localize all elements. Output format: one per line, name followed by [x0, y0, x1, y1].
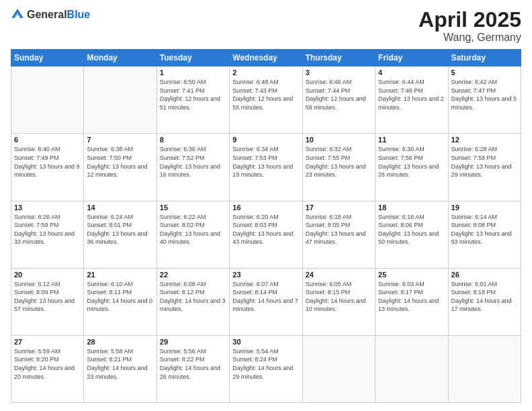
day-number: 28	[87, 338, 153, 346]
cell-w1-d6: 4Sunrise: 6:44 AM Sunset: 7:46 PM Daylig…	[375, 66, 448, 134]
logo: GeneralBlue	[11, 8, 90, 21]
cell-w4-d4: 23Sunrise: 6:07 AM Sunset: 8:14 PM Dayli…	[230, 268, 302, 335]
day-number: 21	[87, 271, 153, 279]
title-block: April 2025 Wang, Germany	[418, 8, 521, 44]
cell-w4-d6: 25Sunrise: 6:03 AM Sunset: 8:17 PM Dayli…	[375, 268, 448, 335]
day-number: 5	[451, 68, 518, 77]
day-number: 24	[306, 271, 372, 279]
header-monday: Monday	[84, 50, 157, 66]
day-info: Sunrise: 6:07 AM Sunset: 8:14 PM Dayligh…	[232, 280, 299, 314]
cell-w2-d1: 6Sunrise: 6:40 AM Sunset: 7:49 PM Daylig…	[11, 134, 84, 201]
cell-w3-d3: 15Sunrise: 6:22 AM Sunset: 8:02 PM Dayli…	[157, 201, 229, 268]
cell-w2-d6: 11Sunrise: 6:30 AM Sunset: 7:56 PM Dayli…	[375, 134, 448, 201]
day-info: Sunrise: 5:54 AM Sunset: 8:24 PM Dayligh…	[232, 347, 299, 381]
cell-w4-d3: 22Sunrise: 6:08 AM Sunset: 8:12 PM Dayli…	[157, 268, 229, 335]
cell-w1-d7: 5Sunrise: 6:42 AM Sunset: 7:47 PM Daylig…	[448, 66, 521, 134]
day-number: 6	[14, 136, 81, 144]
header-friday: Friday	[375, 50, 448, 66]
day-number: 12	[451, 136, 518, 144]
day-info: Sunrise: 5:58 AM Sunset: 8:21 PM Dayligh…	[87, 347, 153, 381]
day-info: Sunrise: 6:28 AM Sunset: 7:58 PM Dayligh…	[451, 145, 518, 179]
day-info: Sunrise: 6:42 AM Sunset: 7:47 PM Dayligh…	[451, 78, 518, 111]
cell-w5-d1: 27Sunrise: 5:59 AM Sunset: 8:20 PM Dayli…	[11, 335, 84, 402]
day-number: 8	[160, 136, 226, 144]
cell-w3-d7: 19Sunrise: 6:14 AM Sunset: 8:08 PM Dayli…	[448, 201, 521, 268]
cell-w2-d2: 7Sunrise: 6:38 AM Sunset: 7:50 PM Daylig…	[84, 134, 157, 201]
cell-w5-d6	[375, 335, 448, 402]
cell-w1-d2	[84, 66, 157, 134]
day-info: Sunrise: 6:16 AM Sunset: 8:06 PM Dayligh…	[378, 213, 445, 246]
header-wednesday: Wednesday	[230, 50, 302, 66]
calendar-body: 1Sunrise: 6:50 AM Sunset: 7:41 PM Daylig…	[11, 66, 521, 403]
day-info: Sunrise: 6:26 AM Sunset: 7:59 PM Dayligh…	[14, 213, 81, 246]
header-sunday: Sunday	[11, 50, 84, 66]
day-number: 9	[232, 136, 299, 144]
day-number: 26	[451, 271, 518, 279]
cell-w1-d4: 2Sunrise: 6:48 AM Sunset: 7:43 PM Daylig…	[230, 66, 302, 134]
day-number: 4	[378, 68, 445, 77]
cell-w4-d2: 21Sunrise: 6:10 AM Sunset: 8:11 PM Dayli…	[84, 268, 157, 335]
day-number: 10	[306, 136, 372, 144]
day-info: Sunrise: 6:44 AM Sunset: 7:46 PM Dayligh…	[378, 78, 445, 111]
day-info: Sunrise: 6:30 AM Sunset: 7:56 PM Dayligh…	[378, 145, 445, 179]
day-info: Sunrise: 6:18 AM Sunset: 8:05 PM Dayligh…	[306, 213, 372, 246]
header-saturday: Saturday	[448, 50, 521, 66]
day-number: 23	[232, 271, 299, 279]
header-thursday: Thursday	[302, 50, 375, 66]
cell-w1-d1	[11, 66, 84, 134]
day-info: Sunrise: 6:38 AM Sunset: 7:50 PM Dayligh…	[87, 145, 153, 179]
day-number: 14	[87, 203, 153, 212]
weekday-header-row: Sunday Monday Tuesday Wednesday Thursday…	[11, 50, 521, 66]
day-number: 7	[87, 136, 153, 144]
day-number: 19	[451, 203, 518, 212]
day-number: 2	[232, 68, 299, 77]
cell-w2-d7: 12Sunrise: 6:28 AM Sunset: 7:58 PM Dayli…	[448, 134, 521, 201]
header-tuesday: Tuesday	[157, 50, 229, 66]
day-info: Sunrise: 6:46 AM Sunset: 7:44 PM Dayligh…	[306, 78, 372, 111]
cell-w1-d3: 1Sunrise: 6:50 AM Sunset: 7:41 PM Daylig…	[157, 66, 229, 134]
page: GeneralBlue April 2025 Wang, Germany Sun…	[0, 0, 532, 411]
day-number: 27	[14, 338, 81, 346]
week-row-4: 20Sunrise: 6:12 AM Sunset: 8:09 PM Dayli…	[11, 268, 521, 335]
header: GeneralBlue April 2025 Wang, Germany	[11, 8, 521, 44]
cell-w4-d7: 26Sunrise: 6:01 AM Sunset: 8:18 PM Dayli…	[448, 268, 521, 335]
day-info: Sunrise: 5:59 AM Sunset: 8:20 PM Dayligh…	[14, 347, 81, 381]
logo-general: General	[27, 9, 67, 20]
day-info: Sunrise: 6:14 AM Sunset: 8:08 PM Dayligh…	[451, 213, 518, 246]
cell-w5-d2: 28Sunrise: 5:58 AM Sunset: 8:21 PM Dayli…	[84, 335, 157, 402]
day-number: 29	[160, 338, 226, 346]
cell-w4-d1: 20Sunrise: 6:12 AM Sunset: 8:09 PM Dayli…	[11, 268, 84, 335]
day-number: 15	[160, 203, 226, 212]
day-number: 30	[232, 338, 299, 346]
day-info: Sunrise: 6:24 AM Sunset: 8:01 PM Dayligh…	[87, 213, 153, 246]
day-number: 18	[378, 203, 445, 212]
day-info: Sunrise: 6:34 AM Sunset: 7:53 PM Dayligh…	[232, 145, 299, 179]
day-info: Sunrise: 6:32 AM Sunset: 7:55 PM Dayligh…	[306, 145, 372, 179]
day-info: Sunrise: 6:50 AM Sunset: 7:41 PM Dayligh…	[160, 78, 226, 111]
cell-w4-d5: 24Sunrise: 6:05 AM Sunset: 8:15 PM Dayli…	[302, 268, 375, 335]
day-info: Sunrise: 6:01 AM Sunset: 8:18 PM Dayligh…	[451, 280, 518, 314]
day-info: Sunrise: 6:40 AM Sunset: 7:49 PM Dayligh…	[14, 145, 81, 179]
cell-w2-d4: 9Sunrise: 6:34 AM Sunset: 7:53 PM Daylig…	[230, 134, 302, 201]
day-info: Sunrise: 6:03 AM Sunset: 8:17 PM Dayligh…	[378, 280, 445, 314]
day-info: Sunrise: 6:10 AM Sunset: 8:11 PM Dayligh…	[87, 280, 153, 314]
day-number: 25	[378, 271, 445, 279]
cell-w1-d5: 3Sunrise: 6:46 AM Sunset: 7:44 PM Daylig…	[302, 66, 375, 134]
logo-icon	[11, 8, 24, 21]
cell-w5-d7	[448, 335, 521, 402]
cell-w5-d5	[302, 335, 375, 402]
day-info: Sunrise: 6:48 AM Sunset: 7:43 PM Dayligh…	[232, 78, 299, 111]
day-number: 1	[160, 68, 226, 77]
day-number: 17	[306, 203, 372, 212]
day-info: Sunrise: 5:56 AM Sunset: 8:22 PM Dayligh…	[160, 347, 226, 381]
logo-blue: Blue	[67, 9, 91, 20]
day-number: 22	[160, 271, 226, 279]
week-row-5: 27Sunrise: 5:59 AM Sunset: 8:20 PM Dayli…	[11, 335, 521, 402]
day-number: 16	[232, 203, 299, 212]
day-number: 13	[14, 203, 81, 212]
day-info: Sunrise: 6:12 AM Sunset: 8:09 PM Dayligh…	[14, 280, 81, 314]
cell-w5-d4: 30Sunrise: 5:54 AM Sunset: 8:24 PM Dayli…	[230, 335, 302, 402]
day-info: Sunrise: 6:22 AM Sunset: 8:02 PM Dayligh…	[160, 213, 226, 246]
week-row-1: 1Sunrise: 6:50 AM Sunset: 7:41 PM Daylig…	[11, 66, 521, 134]
cell-w3-d2: 14Sunrise: 6:24 AM Sunset: 8:01 PM Dayli…	[84, 201, 157, 268]
